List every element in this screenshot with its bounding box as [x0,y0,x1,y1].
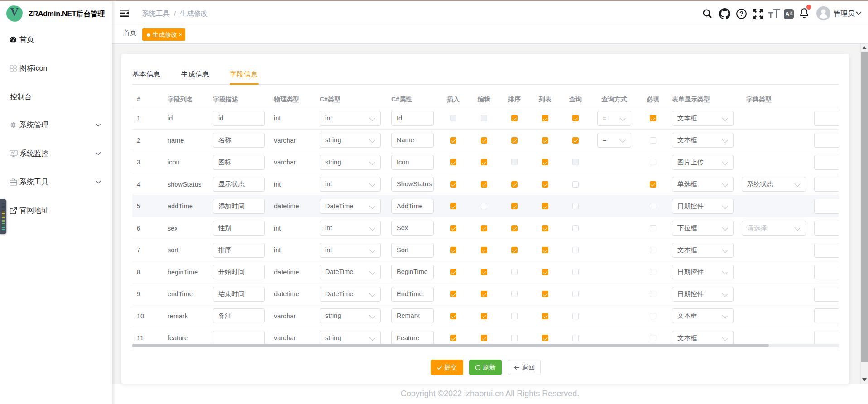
svg-text:?: ? [739,10,743,17]
svg-text:A: A [785,11,790,18]
